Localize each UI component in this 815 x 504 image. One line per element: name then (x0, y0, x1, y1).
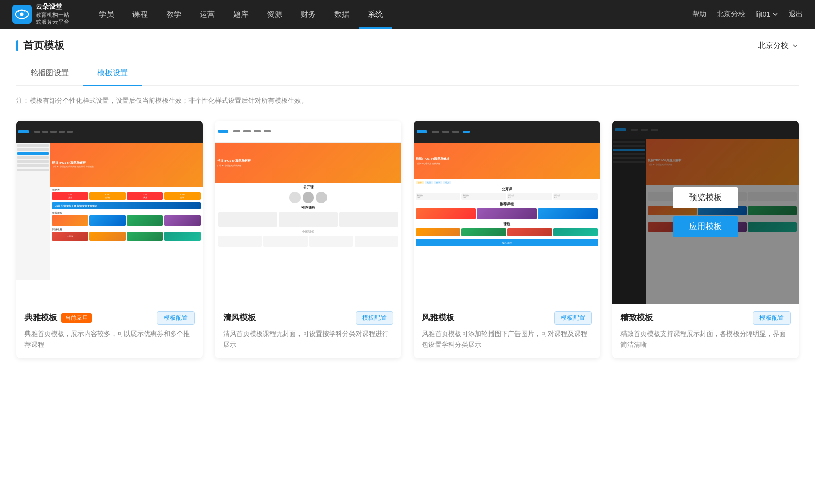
logo: 云朵设堂 教育机构一站 式服务云平台 (12, 3, 69, 25)
template-2-name: 清风模板 (223, 313, 256, 323)
nav-item-courses[interactable]: 课程 (123, 0, 157, 29)
template-1-badge: 当前应用 (61, 313, 92, 323)
help-link[interactable]: 帮助 (692, 10, 707, 19)
card-name-row-4: 精致模板 模板配置 (620, 311, 791, 325)
tab-carousel[interactable]: 轮播图设置 (16, 61, 83, 86)
nav-item-data[interactable]: 数据 (325, 0, 359, 29)
card-footer-1: 典雅模板 当前应用 模板配置 典雅首页模板，展示内容较多，可以展示优惠券和多个推… (16, 304, 203, 358)
page-header: 首页模板 北京分校 (0, 29, 815, 61)
t1-vouchers-wrap: 优惠券 ¥30减券 ¥200全场 ¥30满减 ¥200全场 (50, 187, 203, 201)
t2-public-section: 公开课 推荐课程 全国讲师 (215, 183, 401, 249)
t1-education: 职业教育 人工智能 (50, 227, 203, 242)
template-2-config-btn[interactable]: 模板配置 (356, 311, 393, 325)
t1-promo: 30天 让你摆脱平庸 知识使你更有魅力 (52, 202, 201, 209)
tab-template[interactable]: 模板设置 (83, 61, 142, 86)
t3-cta: 报名课程 (416, 239, 598, 246)
t3-header (414, 121, 600, 143)
apply-template-btn[interactable]: 应用模板 (673, 216, 738, 237)
card-name-row-1: 典雅模板 当前应用 模板配置 (24, 311, 195, 325)
preview-template-btn[interactable]: 预览模板 (673, 187, 738, 208)
t2-banner: 托福TPO1-54真题及解析 口语 A3 心理攻克 成就梦想 (215, 143, 401, 183)
template-2-desc: 清风首页模板课程无封面，可设置按学科分类对课程进行展示 (223, 329, 393, 350)
branch-selector[interactable]: 北京分校 (758, 41, 799, 59)
template-4-name: 精致模板 (620, 313, 653, 323)
chevron-down-icon (772, 11, 778, 17)
t1-body: 托福TPO1-54真题及解析 口语 A3 心理攻克 成就梦想 地道英语 华丽蜕变… (16, 143, 203, 280)
main-content: 首页模板 北京分校 轮播图设置 模板设置 注：模板有部分个性化样式设置，设置后仅… (0, 29, 815, 504)
template-card-2: 托福TPO1-54真题及解析 口语 A3 心理攻克 成就梦想 公开课 推荐课程 (215, 121, 401, 358)
template-preview-1: 托福TPO1-54真题及解析 口语 A3 心理攻克 成就梦想 地道英语 华丽蜕变… (16, 121, 203, 304)
card-footer-2: 清风模板 模板配置 清风首页模板课程无封面，可设置按学科分类对课程进行展示 (215, 304, 401, 358)
logo-sub1: 教育机构一站 (36, 11, 69, 18)
page-title-wrap: 首页模板 (16, 39, 64, 61)
tabs: 轮播图设置 模板设置 (16, 61, 799, 86)
t3-tags: 全部 英语 数学 语文 (414, 179, 600, 186)
nav-item-question-bank[interactable]: 题库 (224, 0, 258, 29)
card-name-left-2: 清风模板 (223, 313, 256, 323)
note-text: 注：模板有部分个性化样式设置，设置后仅当前模板生效；非个性化样式设置后针对所有模… (0, 86, 815, 110)
template-3-name: 风雅模板 (422, 313, 454, 323)
page-title: 首页模板 (23, 39, 64, 52)
branch-link[interactable]: 北京分校 (717, 10, 745, 19)
tabs-container: 轮播图设置 模板设置 (0, 61, 815, 86)
svg-point-1 (20, 12, 24, 16)
nav-item-students[interactable]: 学员 (90, 0, 123, 29)
branch-chevron-icon (792, 42, 799, 49)
user-menu[interactable]: lijt01 (755, 10, 778, 18)
template-card-3: 托福TPO1-54真题及解析 口语 A3 心理攻克 成就梦想 全部 英语 数学 … (414, 121, 600, 358)
logo-text: 云朵设堂 教育机构一站 式服务云平台 (36, 3, 69, 25)
page-title-bar (16, 40, 18, 51)
nav-item-resources[interactable]: 资源 (258, 0, 291, 29)
t3-public-section: 公开课 课程名称¥ 99 课程名称¥ 99 课程名称¥ 99 课程名称¥ 99 … (414, 186, 600, 237)
template-preview-4: 托福TPO1-54真题及解析 口语 A3 心理攻克 成就梦想 公开课 (612, 121, 799, 304)
template-4-desc: 精致首页模板支持课程展示封面，各模板分隔明显，界面简洁清晰 (620, 329, 791, 350)
nav-item-operations[interactable]: 运营 (191, 0, 224, 29)
template-1-desc: 典雅首页模板，展示内容较多，可以展示优惠券和多个推荐课程 (24, 329, 195, 350)
template-3-desc: 风雅首页模板可添加轮播图下广告图片，可对课程及课程包设置学科分类展示 (422, 329, 592, 350)
template-thumbnail-3: 托福TPO1-54真题及解析 口语 A3 心理攻克 成就梦想 全部 英语 数学 … (414, 121, 600, 304)
nav-item-teaching[interactable]: 教学 (157, 0, 191, 29)
t1-sidebar (16, 143, 50, 280)
template-4-config-btn[interactable]: 模板配置 (753, 311, 791, 325)
t3-banner: 托福TPO1-54真题及解析 口语 A3 心理攻克 成就梦想 (414, 143, 600, 179)
template-thumbnail-2: 托福TPO1-54真题及解析 口语 A3 心理攻克 成就梦想 公开课 推荐课程 (215, 121, 401, 304)
template-1-name: 典雅模板 (24, 313, 57, 323)
navbar: 云朵设堂 教育机构一站 式服务云平台 学员 课程 教学 运营 题库 资源 财务 … (0, 0, 815, 29)
branch-label: 北京分校 (758, 41, 789, 50)
card-footer-3: 风雅模板 模板配置 风雅首页模板可添加轮播图下广告图片，可对课程及课程包设置学科… (414, 304, 600, 358)
template-card-1: 托福TPO1-54真题及解析 口语 A3 心理攻克 成就梦想 地道英语 华丽蜕变… (16, 121, 203, 358)
t1-main: 托福TPO1-54真题及解析 口语 A3 心理攻克 成就梦想 地道英语 华丽蜕变… (50, 143, 203, 280)
card-name-row-3: 风雅模板 模板配置 (422, 311, 592, 325)
t1-header (16, 121, 203, 143)
card-name-left-4: 精致模板 (620, 313, 653, 323)
card-footer-4: 精致模板 模板配置 精致首页模板支持课程展示封面，各模板分隔明显，界面简洁清晰 (612, 304, 799, 358)
template-thumbnail-1: 托福TPO1-54真题及解析 口语 A3 心理攻克 成就梦想 地道英语 华丽蜕变… (16, 121, 203, 304)
username-label: lijt01 (755, 10, 770, 18)
card-name-row-2: 清风模板 模板配置 (223, 311, 393, 325)
logo-svg (15, 7, 29, 21)
card-name-left-1: 典雅模板 当前应用 (24, 313, 92, 323)
t1-courses-section: 推荐课程 (50, 210, 203, 227)
nav-item-finance[interactable]: 财务 (291, 0, 325, 29)
logo-name: 云朵设堂 (36, 3, 69, 11)
logout-link[interactable]: 退出 (789, 10, 803, 19)
logo-icon (12, 5, 32, 24)
template-overlay-4: 预览模板 应用模板 (612, 121, 799, 304)
templates-grid: 托福TPO1-54真题及解析 口语 A3 心理攻克 成就梦想 地道英语 华丽蜕变… (0, 110, 815, 379)
logo-sub2: 式服务云平台 (36, 18, 69, 25)
nav-item-system[interactable]: 系统 (359, 0, 392, 29)
nav-right: 帮助 北京分校 lijt01 退出 (692, 10, 803, 19)
template-preview-3: 托福TPO1-54真题及解析 口语 A3 心理攻克 成就梦想 全部 英语 数学 … (414, 121, 600, 304)
template-1-config-btn[interactable]: 模板配置 (157, 311, 195, 325)
template-preview-2: 托福TPO1-54真题及解析 口语 A3 心理攻克 成就梦想 公开课 推荐课程 (215, 121, 401, 304)
card-name-left-3: 风雅模板 (422, 313, 454, 323)
t1-banner: 托福TPO1-54真题及解析 口语 A3 心理攻克 成就梦想 地道英语 华丽蜕变 (50, 143, 203, 186)
template-3-config-btn[interactable]: 模板配置 (554, 311, 592, 325)
t2-header (215, 121, 401, 143)
template-card-4: 托福TPO1-54真题及解析 口语 A3 心理攻克 成就梦想 公开课 (612, 121, 799, 358)
nav-menu: 学员 课程 教学 运营 题库 资源 财务 数据 系统 (90, 0, 692, 29)
